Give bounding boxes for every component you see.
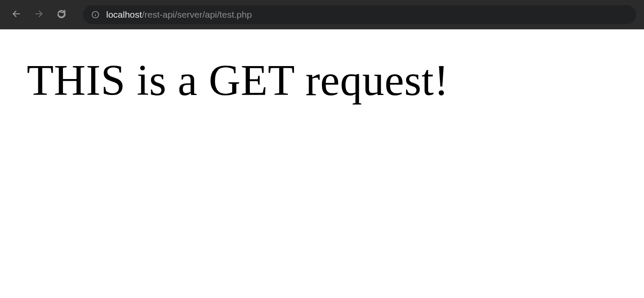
info-icon[interactable] [91,10,100,19]
address-bar[interactable]: localhost/rest-api/server/api/test.php [83,5,636,24]
forward-button[interactable] [30,6,47,23]
page-content: THIS is a GET request! [0,29,644,131]
reload-button[interactable] [53,6,70,23]
forward-arrow-icon [34,9,44,20]
reload-icon [57,9,66,20]
back-arrow-icon [12,9,21,20]
url-host: localhost [106,10,142,19]
back-button[interactable] [8,6,25,23]
svg-point-4 [95,13,96,13]
url-text: localhost/rest-api/server/api/test.php [106,10,252,19]
page-heading: THIS is a GET request! [27,56,617,105]
browser-toolbar: localhost/rest-api/server/api/test.php [0,0,644,29]
url-path: /rest-api/server/api/test.php [142,10,252,19]
